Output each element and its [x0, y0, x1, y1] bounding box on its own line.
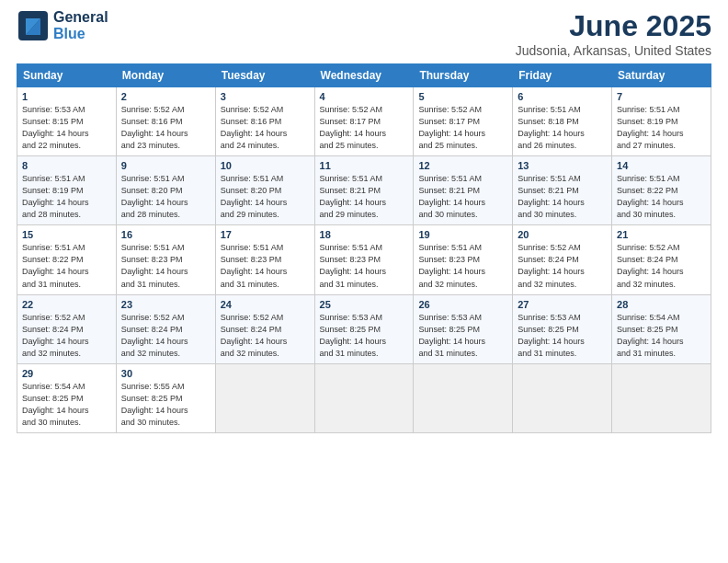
day-number: 29: [22, 368, 111, 379]
day-info: Sunrise: 5:53 AM Sunset: 8:25 PM Dayligh…: [418, 312, 507, 360]
day-number: 19: [418, 229, 507, 240]
calendar-cell: [215, 363, 314, 432]
calendar-cell: [612, 363, 711, 432]
calendar-week-2: 15Sunrise: 5:51 AM Sunset: 8:22 PM Dayli…: [17, 225, 711, 294]
day-number: 26: [418, 299, 507, 310]
calendar-cell: 29Sunrise: 5:54 AM Sunset: 8:25 PM Dayli…: [17, 363, 117, 432]
header-thursday: Thursday: [414, 64, 513, 87]
day-info: Sunrise: 5:52 AM Sunset: 8:16 PM Dayligh…: [221, 104, 310, 152]
day-number: 8: [22, 160, 111, 171]
calendar-week-1: 8Sunrise: 5:51 AM Sunset: 8:19 PM Daylig…: [17, 156, 711, 225]
calendar-cell: 20Sunrise: 5:52 AM Sunset: 8:24 PM Dayli…: [513, 225, 612, 294]
calendar-cell: 18Sunrise: 5:51 AM Sunset: 8:23 PM Dayli…: [314, 225, 414, 294]
calendar-cell: 12Sunrise: 5:51 AM Sunset: 8:21 PM Dayli…: [414, 156, 513, 225]
header-friday: Friday: [513, 64, 612, 87]
calendar-cell: 9Sunrise: 5:51 AM Sunset: 8:20 PM Daylig…: [116, 156, 215, 225]
day-info: Sunrise: 5:52 AM Sunset: 8:24 PM Dayligh…: [121, 312, 210, 360]
header-tuesday: Tuesday: [215, 64, 314, 87]
day-info: Sunrise: 5:51 AM Sunset: 8:21 PM Dayligh…: [518, 173, 607, 221]
calendar-cell: 30Sunrise: 5:55 AM Sunset: 8:25 PM Dayli…: [116, 363, 215, 432]
day-number: 21: [617, 229, 706, 240]
calendar-cell: 15Sunrise: 5:51 AM Sunset: 8:22 PM Dayli…: [17, 225, 117, 294]
day-info: Sunrise: 5:51 AM Sunset: 8:23 PM Dayligh…: [221, 242, 310, 290]
day-info: Sunrise: 5:52 AM Sunset: 8:24 PM Dayligh…: [518, 242, 607, 290]
calendar-cell: 8Sunrise: 5:51 AM Sunset: 8:19 PM Daylig…: [17, 156, 117, 225]
day-number: 4: [320, 91, 409, 102]
day-number: 28: [617, 299, 706, 310]
calendar-cell: 14Sunrise: 5:51 AM Sunset: 8:22 PM Dayli…: [612, 156, 711, 225]
day-info: Sunrise: 5:51 AM Sunset: 8:20 PM Dayligh…: [221, 173, 310, 221]
calendar-week-0: 1Sunrise: 5:53 AM Sunset: 8:15 PM Daylig…: [17, 87, 711, 156]
day-info: Sunrise: 5:53 AM Sunset: 8:25 PM Dayligh…: [320, 312, 409, 360]
calendar-cell: 16Sunrise: 5:51 AM Sunset: 8:23 PM Dayli…: [116, 225, 215, 294]
calendar-cell: 11Sunrise: 5:51 AM Sunset: 8:21 PM Dayli…: [314, 156, 414, 225]
day-info: Sunrise: 5:53 AM Sunset: 8:15 PM Dayligh…: [22, 104, 111, 152]
day-number: 9: [121, 160, 210, 171]
day-number: 11: [320, 160, 409, 171]
day-number: 1: [22, 91, 111, 102]
day-info: Sunrise: 5:55 AM Sunset: 8:25 PM Dayligh…: [121, 381, 210, 429]
calendar-header-row: Sunday Monday Tuesday Wednesday Thursday…: [17, 64, 711, 87]
calendar-cell: 2Sunrise: 5:52 AM Sunset: 8:16 PM Daylig…: [116, 87, 215, 156]
calendar-week-4: 29Sunrise: 5:54 AM Sunset: 8:25 PM Dayli…: [17, 363, 711, 432]
logo-word-general: General: [53, 9, 108, 26]
calendar-cell: 4Sunrise: 5:52 AM Sunset: 8:17 PM Daylig…: [314, 87, 414, 156]
day-number: 16: [121, 229, 210, 240]
header-saturday: Saturday: [612, 64, 711, 87]
calendar-cell: 28Sunrise: 5:54 AM Sunset: 8:25 PM Dayli…: [612, 294, 711, 363]
calendar-cell: 1Sunrise: 5:53 AM Sunset: 8:15 PM Daylig…: [17, 87, 117, 156]
calendar-week-3: 22Sunrise: 5:52 AM Sunset: 8:24 PM Dayli…: [17, 294, 711, 363]
header-sunday: Sunday: [17, 64, 117, 87]
calendar-cell: 22Sunrise: 5:52 AM Sunset: 8:24 PM Dayli…: [17, 294, 117, 363]
calendar-cell: 24Sunrise: 5:52 AM Sunset: 8:24 PM Dayli…: [215, 294, 314, 363]
day-number: 2: [121, 91, 210, 102]
calendar-table: Sunday Monday Tuesday Wednesday Thursday…: [17, 63, 711, 433]
day-info: Sunrise: 5:51 AM Sunset: 8:20 PM Dayligh…: [121, 173, 210, 221]
day-number: 20: [518, 229, 607, 240]
day-number: 27: [518, 299, 607, 310]
header: General Blue June 2025 Judsonia, Arkansa…: [17, 9, 711, 58]
calendar-cell: 13Sunrise: 5:51 AM Sunset: 8:21 PM Dayli…: [513, 156, 612, 225]
header-monday: Monday: [116, 64, 215, 87]
day-info: Sunrise: 5:51 AM Sunset: 8:21 PM Dayligh…: [418, 173, 507, 221]
day-info: Sunrise: 5:52 AM Sunset: 8:24 PM Dayligh…: [221, 312, 310, 360]
day-info: Sunrise: 5:54 AM Sunset: 8:25 PM Dayligh…: [22, 381, 111, 429]
day-number: 10: [221, 160, 310, 171]
day-number: 18: [320, 229, 409, 240]
day-info: Sunrise: 5:52 AM Sunset: 8:24 PM Dayligh…: [617, 242, 706, 290]
calendar-cell: 10Sunrise: 5:51 AM Sunset: 8:20 PM Dayli…: [215, 156, 314, 225]
calendar-cell: [314, 363, 414, 432]
day-number: 22: [22, 299, 111, 310]
day-number: 25: [320, 299, 409, 310]
day-info: Sunrise: 5:51 AM Sunset: 8:23 PM Dayligh…: [121, 242, 210, 290]
day-info: Sunrise: 5:54 AM Sunset: 8:25 PM Dayligh…: [617, 312, 706, 360]
logo-word-blue: Blue: [53, 26, 108, 42]
calendar-cell: 19Sunrise: 5:51 AM Sunset: 8:23 PM Dayli…: [414, 225, 513, 294]
title-block: June 2025 Judsonia, Arkansas, United Sta…: [516, 9, 711, 58]
header-wednesday: Wednesday: [314, 64, 414, 87]
calendar-cell: 25Sunrise: 5:53 AM Sunset: 8:25 PM Dayli…: [314, 294, 414, 363]
day-number: 13: [518, 160, 607, 171]
day-number: 17: [221, 229, 310, 240]
calendar-cell: 5Sunrise: 5:52 AM Sunset: 8:17 PM Daylig…: [414, 87, 513, 156]
calendar-cell: 27Sunrise: 5:53 AM Sunset: 8:25 PM Dayli…: [513, 294, 612, 363]
calendar-cell: 17Sunrise: 5:51 AM Sunset: 8:23 PM Dayli…: [215, 225, 314, 294]
day-number: 24: [221, 299, 310, 310]
day-info: Sunrise: 5:51 AM Sunset: 8:22 PM Dayligh…: [22, 242, 111, 290]
calendar-cell: 3Sunrise: 5:52 AM Sunset: 8:16 PM Daylig…: [215, 87, 314, 156]
day-number: 3: [221, 91, 310, 102]
calendar-cell: [414, 363, 513, 432]
day-info: Sunrise: 5:51 AM Sunset: 8:23 PM Dayligh…: [418, 242, 507, 290]
calendar-cell: [513, 363, 612, 432]
day-info: Sunrise: 5:51 AM Sunset: 8:18 PM Dayligh…: [518, 104, 607, 152]
logo: General Blue: [17, 9, 108, 42]
calendar-cell: 26Sunrise: 5:53 AM Sunset: 8:25 PM Dayli…: [414, 294, 513, 363]
day-info: Sunrise: 5:51 AM Sunset: 8:23 PM Dayligh…: [320, 242, 409, 290]
day-number: 6: [518, 91, 607, 102]
calendar-title: June 2025: [516, 9, 711, 43]
day-info: Sunrise: 5:51 AM Sunset: 8:21 PM Dayligh…: [320, 173, 409, 221]
day-info: Sunrise: 5:52 AM Sunset: 8:17 PM Dayligh…: [320, 104, 409, 152]
calendar-cell: 6Sunrise: 5:51 AM Sunset: 8:18 PM Daylig…: [513, 87, 612, 156]
day-info: Sunrise: 5:51 AM Sunset: 8:22 PM Dayligh…: [617, 173, 706, 221]
day-number: 7: [617, 91, 706, 102]
